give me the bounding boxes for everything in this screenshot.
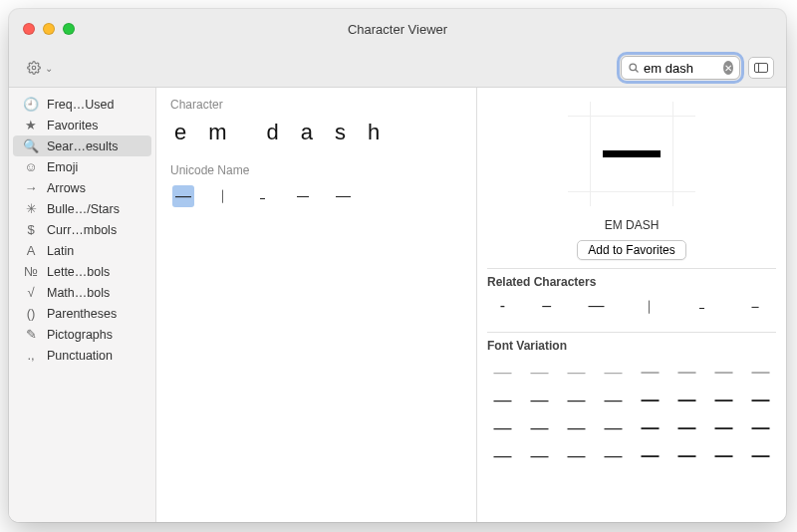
font-variation-char[interactable]: — xyxy=(710,446,737,464)
font-variation-grid: ———————————————————————————————— xyxy=(487,359,776,468)
related-char[interactable]: ﹘ xyxy=(694,297,710,318)
font-variation-char[interactable]: — xyxy=(710,418,737,436)
unicode-result-char[interactable]: ⸺ xyxy=(292,185,314,207)
sidebar-icon-letterlike-symbols: № xyxy=(23,264,39,279)
font-variation-char[interactable]: — xyxy=(710,391,737,408)
font-variation-char[interactable]: — xyxy=(637,363,664,381)
toolbar-toggle-button[interactable] xyxy=(748,57,774,79)
font-variation-char[interactable]: — xyxy=(563,418,590,436)
related-char[interactable]: – xyxy=(542,297,551,318)
sidebar-icon-search-results: 🔍 xyxy=(23,138,39,153)
svg-line-2 xyxy=(636,70,639,73)
sidebar-item-emoji[interactable]: ☺Emoji xyxy=(13,156,151,177)
toolbar: ⌄ ✕ xyxy=(9,49,786,87)
minimize-button[interactable] xyxy=(43,23,55,35)
font-variation-char[interactable]: — xyxy=(637,418,664,436)
sidebar-icon-math-symbols: √ xyxy=(23,285,39,300)
font-variation-char[interactable]: — xyxy=(600,391,627,408)
sidebar-item-search-results[interactable]: 🔍Sear…esults xyxy=(13,135,151,156)
sidebar-label: Curr…mbols xyxy=(47,223,141,237)
close-button[interactable] xyxy=(23,23,35,35)
font-variation-char[interactable]: — xyxy=(637,391,664,408)
font-variation-char[interactable]: — xyxy=(673,391,700,408)
sidebar-item-arrows[interactable]: →Arrows xyxy=(13,177,151,198)
related-char[interactable]: ‑ xyxy=(500,297,505,318)
related-heading: Related Characters xyxy=(487,275,776,289)
sidebar-item-math-symbols[interactable]: √Math…bols xyxy=(13,282,151,303)
related-characters-row: ‑–―︱﹘－ xyxy=(487,295,776,324)
char-letter[interactable]: d xyxy=(267,120,279,145)
gear-menu[interactable]: ⌄ xyxy=(21,59,59,77)
font-variation-char[interactable]: — xyxy=(526,418,553,436)
sidebar-label: Favorites xyxy=(47,119,141,133)
sidebar-item-bullets-stars[interactable]: ✳Bulle…/Stars xyxy=(13,198,151,219)
clear-search-button[interactable]: ✕ xyxy=(723,61,733,75)
font-variation-char[interactable]: — xyxy=(600,446,627,464)
font-variation-char[interactable]: — xyxy=(526,363,553,381)
related-char[interactable]: ︱ xyxy=(642,297,658,318)
sidebar-item-punctuation[interactable]: .,Punctuation xyxy=(13,345,151,366)
sidebar-icon-punctuation: ., xyxy=(23,348,39,363)
sidebar-item-letterlike-symbols[interactable]: №Lette…bols xyxy=(13,261,151,282)
sidebar-item-frequently-used[interactable]: 🕘Freq…Used xyxy=(13,94,151,115)
char-letter[interactable]: h xyxy=(368,120,380,145)
sidebar-item-pictographs[interactable]: ✎Pictographs xyxy=(13,324,151,345)
char-letter[interactable]: m xyxy=(208,120,226,145)
font-variation-char[interactable]: — xyxy=(526,391,553,408)
preview-zone: EM DASH Add to Favorites xyxy=(487,96,776,260)
sidebar-label: Lette…bols xyxy=(47,265,141,279)
sidebar-label: Freq…Used xyxy=(47,98,141,112)
unicode-result-char[interactable]: ︱ xyxy=(212,185,234,207)
unicode-result-char[interactable]: ﹘ xyxy=(252,185,274,207)
sidebar-label: Punctuation xyxy=(47,349,141,363)
font-variation-char[interactable]: — xyxy=(747,391,774,408)
char-letter[interactable]: s xyxy=(335,120,346,145)
sidebar-icon-arrows: → xyxy=(23,180,39,195)
sidebar-label: Latin xyxy=(47,244,141,258)
font-variation-char[interactable]: — xyxy=(563,363,590,381)
sidebar-item-favorites[interactable]: ★Favorites xyxy=(13,115,151,135)
font-variation-char[interactable]: — xyxy=(563,391,590,408)
font-variation-char[interactable]: — xyxy=(526,446,553,464)
sidebar-label: Pictographs xyxy=(47,328,141,342)
svg-point-1 xyxy=(630,64,637,71)
font-variation-char[interactable]: — xyxy=(673,363,700,381)
char-letter[interactable]: e xyxy=(174,120,186,145)
font-variation-char[interactable]: — xyxy=(673,446,700,464)
font-variation-char[interactable]: — xyxy=(489,363,516,381)
font-variation-char[interactable]: — xyxy=(673,418,700,436)
font-variation-char[interactable]: — xyxy=(600,418,627,436)
font-variation-char[interactable]: — xyxy=(563,446,590,464)
font-variation-heading: Font Variation xyxy=(487,339,776,353)
search-input[interactable] xyxy=(644,61,719,76)
sidebar: 🕘Freq…Used★Favorites🔍Sear…esults☺Emoji→A… xyxy=(9,88,156,522)
related-char[interactable]: ― xyxy=(588,297,604,318)
chevron-down-icon: ⌄ xyxy=(45,63,53,74)
font-variation-char[interactable]: — xyxy=(489,446,516,464)
sidebar-item-parentheses[interactable]: ()Parentheses xyxy=(13,303,151,324)
font-variation-section: Font Variation —————————————————————————… xyxy=(487,332,776,522)
unicode-result-char[interactable]: ⸻ xyxy=(332,185,354,207)
font-variation-char[interactable]: — xyxy=(489,418,516,436)
sidebar-item-latin[interactable]: ALatin xyxy=(13,240,151,261)
font-variation-char[interactable]: — xyxy=(710,363,737,381)
sidebar-item-currency-symbols[interactable]: $Curr…mbols xyxy=(13,219,151,240)
svg-rect-3 xyxy=(755,64,768,73)
zoom-button[interactable] xyxy=(63,23,75,35)
unicode-result-char[interactable]: — xyxy=(172,185,194,207)
search-field[interactable]: ✕ xyxy=(621,56,740,80)
font-variation-char[interactable]: — xyxy=(747,418,774,436)
related-characters-section: Related Characters ‑–―︱﹘－ xyxy=(487,268,776,324)
font-variation-char[interactable]: — xyxy=(600,363,627,381)
unicode-results-row: —︱﹘⸺⸻ xyxy=(170,185,462,207)
font-variation-char[interactable]: — xyxy=(489,391,516,408)
sidebar-icon-bullets-stars: ✳ xyxy=(23,201,39,216)
panel-icon xyxy=(754,63,768,73)
related-char[interactable]: － xyxy=(747,297,763,318)
char-letter[interactable]: a xyxy=(301,120,313,145)
font-variation-char[interactable]: — xyxy=(747,446,774,464)
add-to-favorites-button[interactable]: Add to Favorites xyxy=(577,240,685,260)
character-letters-row: emdash xyxy=(170,120,462,145)
font-variation-char[interactable]: — xyxy=(747,363,774,381)
font-variation-char[interactable]: — xyxy=(637,446,664,464)
